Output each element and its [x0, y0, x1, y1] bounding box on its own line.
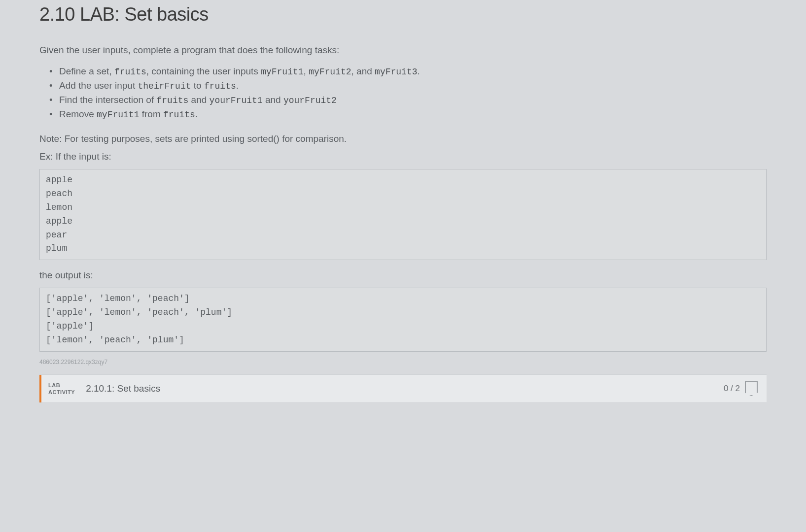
- example-input-label: Ex: If the input is:: [39, 151, 767, 162]
- lab-score: 0 / 2: [724, 375, 767, 402]
- watermark-id: 486023.2296122.qx3zqy7: [39, 359, 767, 366]
- lab-activity-title: 2.10.1: Set basics: [82, 375, 724, 402]
- example-output-label: the output is:: [39, 270, 767, 281]
- score-text: 0 / 2: [724, 384, 740, 394]
- task-list: Define a set, fruits, containing the use…: [39, 65, 767, 122]
- task-item: Find the intersection of fruits and your…: [59, 93, 767, 107]
- task-item: Remove myFruit1 from fruits.: [59, 107, 767, 122]
- example-output-block: ['apple', 'lemon', 'peach'] ['apple', 'l…: [39, 288, 767, 352]
- lab-activity-label: LAB ACTIVITY: [41, 375, 82, 402]
- lab-activity-bar: LAB ACTIVITY 2.10.1: Set basics 0 / 2: [39, 374, 767, 403]
- example-input-block: apple peach lemon apple pear plum: [39, 169, 767, 260]
- task-item: Add the user input theirFruit to fruits.: [59, 79, 767, 93]
- score-badge-icon: [745, 381, 758, 396]
- page-title: 2.10 LAB: Set basics: [39, 0, 767, 45]
- task-item: Define a set, fruits, containing the use…: [59, 65, 767, 79]
- note-text: Note: For testing purposes, sets are pri…: [39, 133, 767, 144]
- intro-text: Given the user inputs, complete a progra…: [39, 45, 767, 56]
